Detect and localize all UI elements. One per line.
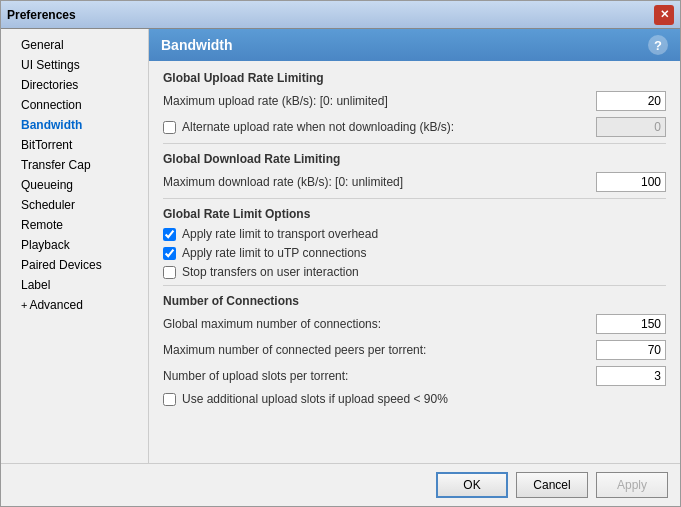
upload-slots-input[interactable]: [596, 366, 666, 386]
max-upload-row: Maximum upload rate (kB/s): [0: unlimite…: [163, 91, 666, 111]
max-upload-input[interactable]: [596, 91, 666, 111]
additional-slots-row: Use additional upload slots if upload sp…: [163, 392, 666, 406]
sidebar-item-bittorrent[interactable]: BitTorrent: [1, 135, 148, 155]
panel-body: Global Upload Rate Limiting Maximum uplo…: [149, 61, 680, 463]
max-download-row: Maximum download rate (kB/s): [0: unlimi…: [163, 172, 666, 192]
transport-overhead-label: Apply rate limit to transport overhead: [182, 227, 378, 241]
max-upload-label: Maximum upload rate (kB/s): [0: unlimite…: [163, 94, 596, 108]
apply-button[interactable]: Apply: [596, 472, 668, 498]
help-button[interactable]: ?: [648, 35, 668, 55]
cancel-button[interactable]: Cancel: [516, 472, 588, 498]
alt-upload-row: Alternate upload rate when not downloadi…: [163, 117, 666, 137]
max-peers-row: Maximum number of connected peers per to…: [163, 340, 666, 360]
sidebar-item-bandwidth[interactable]: Bandwidth: [1, 115, 148, 135]
ok-button[interactable]: OK: [436, 472, 508, 498]
footer: OK Cancel Apply: [1, 463, 680, 506]
transport-overhead-row: Apply rate limit to transport overhead: [163, 227, 666, 241]
sidebar-item-advanced[interactable]: Advanced: [1, 295, 148, 315]
sidebar-item-remote[interactable]: Remote: [1, 215, 148, 235]
separator-1: [163, 143, 666, 144]
additional-slots-checkbox[interactable]: [163, 393, 176, 406]
rate-limit-section-title: Global Rate Limit Options: [163, 207, 666, 221]
sidebar-item-queueing[interactable]: Queueing: [1, 175, 148, 195]
max-download-input[interactable]: [596, 172, 666, 192]
utp-connections-label: Apply rate limit to uTP connections: [182, 246, 367, 260]
sidebar-item-general[interactable]: General: [1, 35, 148, 55]
max-peers-label: Maximum number of connected peers per to…: [163, 343, 596, 357]
sidebar-item-playback[interactable]: Playback: [1, 235, 148, 255]
additional-slots-label: Use additional upload slots if upload sp…: [182, 392, 448, 406]
preferences-window: Preferences ✕ General UI Settings Direct…: [0, 0, 681, 507]
panel-title: Bandwidth: [161, 37, 233, 53]
alt-upload-label: Alternate upload rate when not downloadi…: [182, 120, 454, 134]
utp-connections-row: Apply rate limit to uTP connections: [163, 246, 666, 260]
transport-overhead-checkbox[interactable]: [163, 228, 176, 241]
upload-slots-row: Number of upload slots per torrent:: [163, 366, 666, 386]
stop-transfers-label: Stop transfers on user interaction: [182, 265, 359, 279]
connections-section-title: Number of Connections: [163, 294, 666, 308]
window-title: Preferences: [7, 8, 76, 22]
sidebar-item-directories[interactable]: Directories: [1, 75, 148, 95]
upload-section-title: Global Upload Rate Limiting: [163, 71, 666, 85]
download-section-title: Global Download Rate Limiting: [163, 152, 666, 166]
sidebar-item-paired-devices[interactable]: Paired Devices: [1, 255, 148, 275]
max-download-label: Maximum download rate (kB/s): [0: unlimi…: [163, 175, 596, 189]
alt-upload-checkbox[interactable]: [163, 121, 176, 134]
stop-transfers-row: Stop transfers on user interaction: [163, 265, 666, 279]
global-max-connections-row: Global maximum number of connections:: [163, 314, 666, 334]
alt-upload-input[interactable]: [596, 117, 666, 137]
sidebar: General UI Settings Directories Connecti…: [1, 29, 149, 463]
sidebar-item-transfer-cap[interactable]: Transfer Cap: [1, 155, 148, 175]
separator-3: [163, 285, 666, 286]
sidebar-item-label[interactable]: Label: [1, 275, 148, 295]
main-content: General UI Settings Directories Connecti…: [1, 29, 680, 463]
sidebar-item-scheduler[interactable]: Scheduler: [1, 195, 148, 215]
panel-header: Bandwidth ?: [149, 29, 680, 61]
main-panel: Bandwidth ? Global Upload Rate Limiting …: [149, 29, 680, 463]
separator-2: [163, 198, 666, 199]
title-bar: Preferences ✕: [1, 1, 680, 29]
upload-slots-label: Number of upload slots per torrent:: [163, 369, 596, 383]
close-button[interactable]: ✕: [654, 5, 674, 25]
utp-connections-checkbox[interactable]: [163, 247, 176, 260]
max-peers-input[interactable]: [596, 340, 666, 360]
sidebar-item-ui-settings[interactable]: UI Settings: [1, 55, 148, 75]
stop-transfers-checkbox[interactable]: [163, 266, 176, 279]
sidebar-item-connection[interactable]: Connection: [1, 95, 148, 115]
global-max-connections-label: Global maximum number of connections:: [163, 317, 596, 331]
global-max-connections-input[interactable]: [596, 314, 666, 334]
